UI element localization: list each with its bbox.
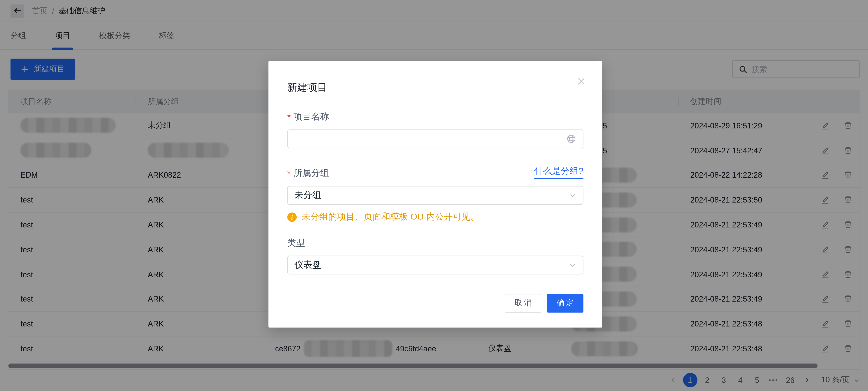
what-is-group-link[interactable]: 什么是分组? <box>534 165 583 179</box>
required-mark: * <box>287 112 290 122</box>
cancel-button[interactable]: 取消 <box>505 294 541 313</box>
confirm-button[interactable]: 确定 <box>547 294 583 313</box>
new-project-dialog: 新建项目 * 项目名称 * 所属分组 什么是分组? 未分组 未 <box>269 61 602 328</box>
project-group-select[interactable]: 未分组 <box>287 186 583 205</box>
project-group-value: 未分组 <box>294 190 321 201</box>
project-name-label: * 项目名称 <box>287 111 329 123</box>
project-name-input[interactable] <box>294 134 566 143</box>
project-type-value: 仪表盘 <box>294 259 321 271</box>
project-name-input-wrap <box>287 129 583 148</box>
dialog-title: 新建项目 <box>287 61 583 94</box>
close-icon <box>576 76 586 87</box>
group-warning: 未分组的项目、页面和模板 OU 内公开可见。 <box>287 211 583 223</box>
app-stage: 首页 / 基础信息维护 分组 项目 模板分类 标签 新建项目 <box>0 0 868 391</box>
required-mark: * <box>287 168 290 178</box>
group-warning-text: 未分组的项目、页面和模板 OU 内公开可见。 <box>302 211 479 223</box>
chevron-down-icon <box>569 192 576 199</box>
project-type-select[interactable]: 仪表盘 <box>287 256 583 274</box>
info-icon <box>287 213 297 222</box>
chevron-down-icon <box>569 262 576 269</box>
project-group-label: * 所属分组 <box>287 168 329 179</box>
project-type-label: 类型 <box>287 237 305 249</box>
close-button[interactable] <box>576 76 586 87</box>
globe-icon[interactable] <box>566 134 576 144</box>
